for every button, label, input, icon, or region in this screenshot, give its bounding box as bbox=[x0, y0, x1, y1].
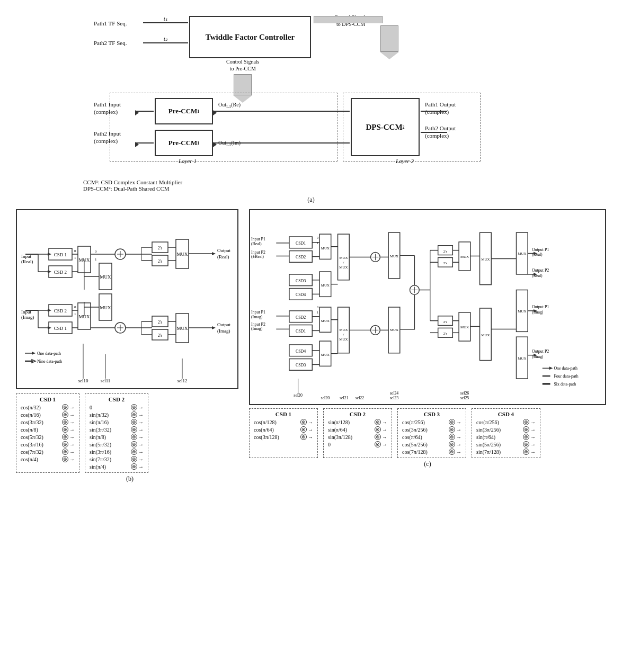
svg-text:MUX: MUX bbox=[321, 319, 330, 322]
arrow-dps-out2 bbox=[421, 132, 447, 133]
arrow-path1-to-tfc bbox=[143, 22, 188, 23]
tfc-label: Twiddle Factor Controller bbox=[206, 33, 295, 42]
layer2-label: Layer 2 bbox=[396, 158, 414, 164]
csd2-box-b: CSD 2 0⊗→ sin(π/32)⊗→ sin(π/16)⊗→ sin(3π… bbox=[85, 393, 148, 473]
svg-text:2's: 2's bbox=[443, 320, 448, 324]
svg-text:CSD3: CSD3 bbox=[296, 363, 306, 368]
svg-marker-89 bbox=[212, 326, 216, 329]
svg-text:Input P2: Input P2 bbox=[251, 322, 265, 327]
footnote-area: CCM¹: CSD Complex Constant Multiplier DP… bbox=[83, 179, 539, 192]
svg-text:Output: Output bbox=[217, 248, 231, 253]
svg-text:Input P2: Input P2 bbox=[251, 250, 265, 255]
csd2-row-3: sin(3π/32)⊗→ bbox=[90, 426, 144, 433]
page-container: Path1 TF Seq. Path2 TF Seq. t₁ t₂ Twiddl… bbox=[0, 0, 622, 494]
block-diagram-b: Input (Real) Input (Imag) CSD 1 CSD 2 CS… bbox=[16, 209, 238, 389]
svg-text:CSD3: CSD3 bbox=[296, 279, 306, 283]
svg-text:CSD 2: CSD 2 bbox=[54, 270, 67, 275]
svg-text:Four data-path: Four data-path bbox=[554, 374, 578, 379]
svg-text:Output P1: Output P1 bbox=[532, 304, 549, 309]
svg-text:MUX: MUX bbox=[176, 252, 188, 257]
svg-text:CSD 2: CSD 2 bbox=[54, 308, 67, 313]
csd1-title-c: CSD 1 bbox=[254, 411, 313, 417]
csd1-row-0: cos(π/32)⊗→ bbox=[21, 404, 75, 411]
svg-text:(Imag): (Imag) bbox=[251, 315, 263, 319]
svg-text:MUX: MUX bbox=[339, 337, 348, 341]
svg-text:(Real): (Real) bbox=[21, 259, 33, 264]
svg-text:MUX: MUX bbox=[321, 353, 330, 356]
svg-text:1: 1 bbox=[95, 257, 97, 262]
block-diagram-c: Input P1 (Real) Input P2 (±Real) Input P… bbox=[249, 209, 606, 405]
svg-text:MUX: MUX bbox=[518, 252, 526, 256]
svg-text:sel23: sel23 bbox=[390, 396, 399, 400]
footnote1: CCM¹: CSD Complex Constant Multiplier bbox=[83, 179, 539, 185]
svg-text:MUX: MUX bbox=[481, 333, 490, 337]
svg-text:MUX: MUX bbox=[321, 283, 330, 287]
svg-text:MUX: MUX bbox=[460, 255, 469, 258]
section-b: Input (Real) Input (Imag) CSD 1 CSD 2 CS… bbox=[16, 209, 244, 483]
svg-text:sel26: sel26 bbox=[460, 391, 469, 396]
svg-text:2's: 2's bbox=[158, 259, 163, 264]
svg-text:sel22: sel22 bbox=[356, 396, 365, 400]
csd-tables-b: CSD 1 cos(π/32)⊗→ cos(π/16)⊗→ cos(3π/32)… bbox=[16, 393, 244, 473]
csd1-box-c: CSD 1 cos(π/128)⊗→ cos(π/64)⊗→ cos(3π/12… bbox=[249, 408, 318, 458]
svg-text:MUX: MUX bbox=[100, 274, 111, 280]
csd2-row-1: sin(π/32)⊗→ bbox=[90, 411, 144, 418]
svg-text:CSD 1: CSD 1 bbox=[54, 326, 67, 331]
svg-marker-93 bbox=[32, 352, 35, 355]
csd1-row-7: cos(π/4)⊗→ bbox=[21, 455, 75, 463]
csd1-title-b: CSD 1 bbox=[21, 396, 75, 402]
out-l1-im-label: OutL1(Im) bbox=[218, 140, 241, 147]
svg-text:(Imag): (Imag) bbox=[217, 328, 230, 334]
csd4-box-c: CSD 4 cos(π/256)⊗→ sin(3π/256)⊗→ sin(π/6… bbox=[472, 408, 540, 458]
svg-text:MUX: MUX bbox=[321, 246, 330, 250]
arrowhead-p2 bbox=[135, 142, 139, 147]
csd1-box-b: CSD 1 cos(π/32)⊗→ cos(π/16)⊗→ cos(3π/32)… bbox=[16, 393, 79, 473]
svg-b: Input (Real) Input (Imag) CSD 1 CSD 2 CS… bbox=[17, 210, 238, 389]
svg-text:0: 0 bbox=[95, 249, 97, 254]
svg-text:(Real): (Real) bbox=[251, 241, 262, 246]
svg-text:(±Real): (±Real) bbox=[251, 254, 264, 259]
svg-text:One data-path: One data-path bbox=[554, 366, 577, 371]
svg-text:2's: 2's bbox=[158, 333, 163, 338]
svg-text:0: 0 bbox=[74, 305, 76, 309]
t2-label: t₂ bbox=[164, 36, 167, 42]
csd2-row-0: 0⊗→ bbox=[90, 404, 144, 411]
preccm2-box: Pre-CCM1 bbox=[155, 130, 213, 156]
svg-text:MUX: MUX bbox=[390, 254, 398, 258]
svg-text:(Imag): (Imag) bbox=[251, 326, 263, 331]
svg-text:Output P2: Output P2 bbox=[532, 268, 549, 273]
path2-tf-label: Path2 TF Seq. bbox=[94, 40, 127, 46]
path2-input-label: Path2 Input(complex) bbox=[94, 130, 121, 145]
csd4-title-c: CSD 4 bbox=[476, 411, 536, 417]
svg-text:0: 0 bbox=[317, 306, 318, 309]
gray-arrow-dpsccm-container bbox=[380, 25, 399, 59]
svg-text:sel10: sel10 bbox=[78, 378, 88, 383]
svg-text:1: 1 bbox=[317, 241, 318, 245]
svg-text:sel24: sel24 bbox=[390, 391, 399, 396]
svg-text:/: / bbox=[343, 333, 344, 336]
csd2-title-b: CSD 2 bbox=[90, 396, 144, 402]
csd3-box-c: CSD 3 cos(π/256)⊗→ cos(3π/256)⊗→ cos(π/6… bbox=[397, 408, 466, 458]
svg-marker-85 bbox=[212, 252, 216, 255]
svg-text:MUX: MUX bbox=[100, 305, 111, 310]
csd2-row-5: sin(5π/32)⊗→ bbox=[90, 441, 144, 448]
csd2-row-7: sin(7π/32)⊗→ bbox=[90, 455, 144, 463]
svg-text:One data-path: One data-path bbox=[37, 351, 61, 356]
section-c: Input P1 (Real) Input P2 (±Real) Input P… bbox=[249, 209, 606, 468]
csd-tables-c: CSD 1 cos(π/128)⊗→ cos(π/64)⊗→ cos(3π/12… bbox=[249, 408, 606, 458]
svg-text:Nine data-path: Nine data-path bbox=[37, 359, 62, 364]
svg-text:/: / bbox=[343, 261, 344, 264]
svg-text:1: 1 bbox=[74, 256, 76, 260]
svg-text:MUX: MUX bbox=[518, 356, 526, 360]
svg-text:Output: Output bbox=[217, 322, 231, 327]
csd2-row-4: sin(π/8)⊗→ bbox=[90, 433, 144, 441]
arrowhead-to-dps2 bbox=[213, 142, 217, 147]
arrowhead-p1 bbox=[135, 110, 139, 115]
svg-text:MUX: MUX bbox=[339, 328, 348, 331]
arrow-path2-to-tfc bbox=[143, 42, 188, 43]
csd2-row-2: sin(π/16)⊗→ bbox=[90, 418, 144, 426]
svg-text:MUX: MUX bbox=[339, 256, 348, 259]
csd2-row-6: sin(3π/16)⊗→ bbox=[90, 448, 144, 455]
svg-text:CSD4: CSD4 bbox=[296, 349, 306, 354]
svg-text:2's: 2's bbox=[158, 246, 163, 250]
